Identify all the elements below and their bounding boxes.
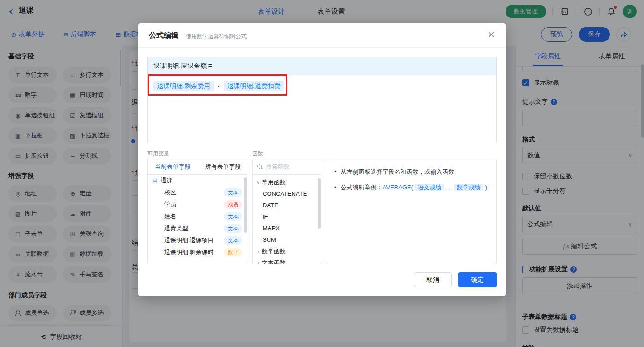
- function-search-input[interactable]: [266, 163, 312, 170]
- function-search[interactable]: [253, 159, 322, 175]
- variables-tree: ▤退课 校区文本 学员成员 姓名文本 退费类型文本 退课明细.退课项目文本 退课…: [148, 175, 248, 264]
- formula-editor[interactable]: 退课明细.应退金额 = 退课明细.剩余费用 - 退课明细.退费扣费: [147, 57, 497, 143]
- form-file-icon: ▤: [152, 177, 157, 184]
- function-item[interactable]: SUM: [253, 234, 322, 245]
- close-icon[interactable]: ✕: [488, 29, 495, 40]
- tip-line: • 公式编辑举例：AVERAGE(语文成绩，数学成绩): [334, 182, 489, 193]
- functions-panel: ∨常用函数 CONCATENATE DATE IF MAPX SUM ›数学函数…: [252, 159, 322, 264]
- type-badge: 数字: [224, 248, 242, 256]
- variables-label: 可用变量: [147, 150, 169, 158]
- function-item[interactable]: IF: [253, 211, 322, 222]
- variable-item[interactable]: 校区文本: [148, 187, 248, 199]
- search-icon: [257, 164, 263, 170]
- formula-expression[interactable]: 退课明细.剩余费用 - 退课明细.退费扣费: [148, 75, 496, 97]
- formula-editor-dialog: 公式编辑 使用数学运算符编辑公式 ✕ 退课明细.应退金额 = 退课明细.剩余费用…: [138, 23, 506, 296]
- dialog-subtitle: 使用数学运算符编辑公式: [186, 33, 247, 40]
- variables-panel: 当前表单字段 所有表单字段 ▤退课 校区文本 学员成员 姓名文本 退费类型文本 …: [147, 159, 248, 264]
- functions-scrollbar[interactable]: [318, 178, 321, 229]
- type-badge: 文本: [224, 224, 242, 233]
- divider: [138, 47, 506, 48]
- type-badge: 文本: [224, 188, 242, 197]
- chevron-right-icon: ›: [254, 249, 262, 254]
- tab-all-form-fields[interactable]: 所有表单字段: [198, 159, 248, 174]
- tab-current-form-fields[interactable]: 当前表单字段: [148, 159, 198, 174]
- type-badge: 成员: [224, 200, 242, 209]
- chevron-down-icon: ∨: [254, 179, 262, 185]
- confirm-button[interactable]: 确定: [458, 272, 497, 287]
- type-badge: 文本: [224, 236, 242, 245]
- variable-item[interactable]: 退课明细.退课项目文本: [148, 234, 248, 246]
- tree-root[interactable]: ▤退课: [148, 175, 248, 187]
- tip-line: • 从左侧面板选择字段名和函数，或输入函数: [334, 167, 489, 177]
- type-badge: 文本: [224, 212, 242, 221]
- function-group-math[interactable]: ›数学函数: [253, 245, 322, 257]
- functions-label: 函数: [252, 150, 263, 158]
- variable-item[interactable]: 退课明细.剩余课时数字: [148, 246, 248, 258]
- tips-panel: • 从左侧面板选择字段名和函数，或输入函数 • 公式编辑举例：AVERAGE(语…: [327, 159, 497, 264]
- chevron-right-icon: ›: [254, 260, 262, 265]
- cancel-button[interactable]: 取消: [414, 272, 452, 287]
- function-item[interactable]: CONCATENATE: [253, 188, 322, 199]
- bullet-icon: •: [334, 182, 337, 193]
- function-group-text[interactable]: ›文本函数: [253, 257, 322, 264]
- dialog-title: 公式编辑: [149, 31, 178, 40]
- functions-tree: ∨常用函数 CONCATENATE DATE IF MAPX SUM ›数学函数…: [253, 175, 322, 264]
- formula-field-chip[interactable]: 退课明细.退费扣费: [224, 81, 284, 91]
- variables-scrollbar[interactable]: [244, 177, 247, 233]
- formula-target: 退课明细.应退金额 =: [148, 57, 496, 75]
- function-item[interactable]: MAPX: [253, 222, 322, 234]
- example-field-chip: 数学成绩: [454, 184, 483, 191]
- variable-item[interactable]: 退费类型文本: [148, 222, 248, 234]
- example-field-chip: 语文成绩: [415, 184, 444, 191]
- bullet-icon: •: [334, 167, 337, 177]
- variable-item[interactable]: 学员成员: [148, 199, 248, 210]
- function-item[interactable]: DATE: [253, 199, 322, 211]
- minus-operator: -: [218, 83, 220, 90]
- variable-item[interactable]: 姓名文本: [148, 210, 248, 222]
- function-group-common[interactable]: ∨常用函数: [253, 176, 322, 188]
- variable-item-clipped[interactable]: [148, 258, 248, 264]
- formula-field-chip[interactable]: 退课明细.剩余费用: [153, 81, 214, 91]
